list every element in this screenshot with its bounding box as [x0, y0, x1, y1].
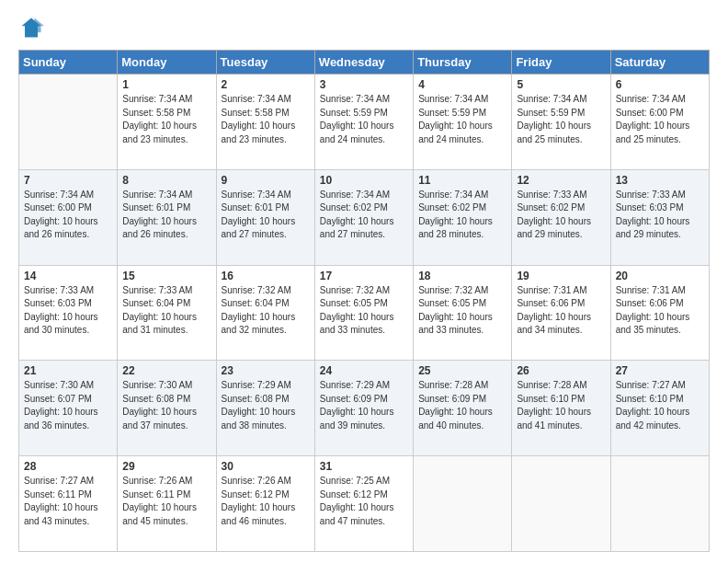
calendar-cell: 18Sunrise: 7:32 AMSunset: 6:05 PMDayligh… [414, 265, 512, 361]
day-number: 25 [418, 364, 506, 377]
calendar-cell: 1Sunrise: 7:34 AMSunset: 5:58 PMDaylight… [118, 75, 216, 170]
day-info: Sunrise: 7:34 AMSunset: 5:59 PMDaylight:… [320, 93, 408, 146]
calendar-cell: 14Sunrise: 7:33 AMSunset: 6:03 PMDayligh… [19, 265, 118, 361]
day-info: Sunrise: 7:26 AMSunset: 6:12 PMDaylight:… [222, 475, 310, 528]
weekday-header-row: SundayMondayTuesdayWednesdayThursdayFrid… [19, 51, 710, 75]
day-info: Sunrise: 7:33 AMSunset: 6:04 PMDaylight:… [122, 284, 210, 338]
calendar-cell [610, 456, 709, 552]
calendar-week-row: 7Sunrise: 7:34 AMSunset: 6:00 PMDaylight… [19, 169, 710, 265]
calendar-cell: 2Sunrise: 7:34 AMSunset: 5:58 PMDaylight… [216, 75, 314, 170]
calendar-cell: 10Sunrise: 7:34 AMSunset: 6:02 PMDayligh… [314, 169, 413, 265]
day-number: 20 [616, 270, 704, 282]
day-info: Sunrise: 7:34 AMSunset: 5:59 PMDaylight:… [517, 93, 605, 146]
calendar-cell: 31Sunrise: 7:25 AMSunset: 6:12 PMDayligh… [314, 456, 413, 552]
day-info: Sunrise: 7:27 AMSunset: 6:10 PMDaylight:… [616, 379, 704, 432]
logo [18, 15, 48, 40]
calendar-cell: 28Sunrise: 7:27 AMSunset: 6:11 PMDayligh… [19, 456, 118, 552]
day-number: 22 [122, 364, 210, 377]
day-info: Sunrise: 7:27 AMSunset: 6:11 PMDaylight:… [24, 475, 112, 528]
day-info: Sunrise: 7:34 AMSunset: 6:00 PMDaylight:… [616, 93, 704, 146]
day-number: 3 [320, 78, 408, 91]
day-number: 2 [222, 78, 310, 91]
day-number: 18 [418, 270, 506, 282]
calendar-cell: 22Sunrise: 7:30 AMSunset: 6:08 PMDayligh… [118, 361, 216, 456]
day-number: 21 [24, 364, 112, 377]
calendar-cell: 9Sunrise: 7:34 AMSunset: 6:01 PMDaylight… [216, 169, 314, 265]
weekday-header-saturday: Saturday [610, 51, 709, 75]
day-info: Sunrise: 7:26 AMSunset: 6:11 PMDaylight:… [122, 475, 210, 528]
weekday-header-wednesday: Wednesday [314, 51, 413, 75]
day-number: 19 [517, 270, 605, 282]
calendar-cell: 8Sunrise: 7:34 AMSunset: 6:01 PMDaylight… [118, 169, 216, 265]
day-number: 23 [222, 364, 310, 377]
day-info: Sunrise: 7:34 AMSunset: 6:01 PMDaylight:… [122, 189, 210, 242]
day-info: Sunrise: 7:33 AMSunset: 6:03 PMDaylight:… [616, 189, 704, 242]
day-info: Sunrise: 7:28 AMSunset: 6:10 PMDaylight:… [517, 379, 605, 432]
header [18, 15, 710, 40]
calendar-week-row: 28Sunrise: 7:27 AMSunset: 6:11 PMDayligh… [19, 456, 710, 552]
day-number: 6 [616, 78, 704, 91]
calendar-week-row: 1Sunrise: 7:34 AMSunset: 5:58 PMDaylight… [19, 75, 710, 170]
calendar-cell: 17Sunrise: 7:32 AMSunset: 6:05 PMDayligh… [314, 265, 413, 361]
calendar-week-row: 21Sunrise: 7:30 AMSunset: 6:07 PMDayligh… [19, 361, 710, 456]
calendar-cell: 16Sunrise: 7:32 AMSunset: 6:04 PMDayligh… [216, 265, 314, 361]
day-info: Sunrise: 7:34 AMSunset: 6:01 PMDaylight:… [222, 189, 310, 242]
day-info: Sunrise: 7:31 AMSunset: 6:06 PMDaylight:… [616, 284, 704, 338]
calendar-cell: 29Sunrise: 7:26 AMSunset: 6:11 PMDayligh… [118, 456, 216, 552]
calendar-cell: 30Sunrise: 7:26 AMSunset: 6:12 PMDayligh… [216, 456, 314, 552]
day-number: 9 [222, 174, 310, 187]
calendar-cell: 11Sunrise: 7:34 AMSunset: 6:02 PMDayligh… [414, 169, 512, 265]
calendar-cell: 23Sunrise: 7:29 AMSunset: 6:08 PMDayligh… [216, 361, 314, 456]
calendar-cell: 27Sunrise: 7:27 AMSunset: 6:10 PMDayligh… [610, 361, 709, 456]
svg-marker-1 [35, 18, 45, 33]
day-number: 7 [24, 174, 112, 187]
day-info: Sunrise: 7:30 AMSunset: 6:08 PMDaylight:… [122, 379, 210, 432]
day-number: 27 [616, 364, 704, 377]
day-number: 16 [222, 270, 310, 282]
weekday-header-tuesday: Tuesday [216, 51, 314, 75]
day-info: Sunrise: 7:32 AMSunset: 6:05 PMDaylight:… [320, 284, 408, 338]
day-number: 31 [320, 460, 408, 473]
day-info: Sunrise: 7:28 AMSunset: 6:09 PMDaylight:… [418, 379, 506, 432]
calendar-cell: 20Sunrise: 7:31 AMSunset: 6:06 PMDayligh… [610, 265, 709, 361]
page: SundayMondayTuesdayWednesdayThursdayFrid… [0, 0, 728, 563]
day-info: Sunrise: 7:33 AMSunset: 6:03 PMDaylight:… [24, 284, 112, 338]
day-info: Sunrise: 7:29 AMSunset: 6:09 PMDaylight:… [320, 379, 408, 432]
weekday-header-sunday: Sunday [19, 51, 118, 75]
day-number: 4 [418, 78, 506, 91]
day-info: Sunrise: 7:33 AMSunset: 6:02 PMDaylight:… [517, 189, 605, 242]
day-number: 5 [517, 78, 605, 91]
day-number: 15 [122, 270, 210, 282]
day-info: Sunrise: 7:32 AMSunset: 6:05 PMDaylight:… [418, 284, 506, 338]
calendar-cell [512, 456, 610, 552]
day-number: 24 [320, 364, 408, 377]
day-number: 10 [320, 174, 408, 187]
calendar-cell: 3Sunrise: 7:34 AMSunset: 5:59 PMDaylight… [314, 75, 413, 170]
day-info: Sunrise: 7:29 AMSunset: 6:08 PMDaylight:… [222, 379, 310, 432]
logo-icon [18, 15, 44, 40]
day-number: 11 [418, 174, 506, 187]
calendar-cell: 5Sunrise: 7:34 AMSunset: 5:59 PMDaylight… [512, 75, 610, 170]
calendar-cell [19, 75, 118, 170]
day-info: Sunrise: 7:25 AMSunset: 6:12 PMDaylight:… [320, 475, 408, 528]
calendar-cell: 24Sunrise: 7:29 AMSunset: 6:09 PMDayligh… [314, 361, 413, 456]
day-info: Sunrise: 7:34 AMSunset: 5:58 PMDaylight:… [122, 93, 210, 146]
weekday-header-monday: Monday [118, 51, 216, 75]
calendar-cell: 19Sunrise: 7:31 AMSunset: 6:06 PMDayligh… [512, 265, 610, 361]
weekday-header-friday: Friday [512, 51, 610, 75]
day-info: Sunrise: 7:30 AMSunset: 6:07 PMDaylight:… [24, 379, 112, 432]
day-info: Sunrise: 7:32 AMSunset: 6:04 PMDaylight:… [222, 284, 310, 338]
day-info: Sunrise: 7:34 AMSunset: 5:59 PMDaylight:… [418, 93, 506, 146]
day-number: 13 [616, 174, 704, 187]
calendar-cell: 25Sunrise: 7:28 AMSunset: 6:09 PMDayligh… [414, 361, 512, 456]
day-number: 14 [24, 270, 112, 282]
calendar-cell: 26Sunrise: 7:28 AMSunset: 6:10 PMDayligh… [512, 361, 610, 456]
calendar-cell: 12Sunrise: 7:33 AMSunset: 6:02 PMDayligh… [512, 169, 610, 265]
day-number: 8 [122, 174, 210, 187]
day-info: Sunrise: 7:34 AMSunset: 5:58 PMDaylight:… [222, 93, 310, 146]
day-number: 26 [517, 364, 605, 377]
calendar-cell [414, 456, 512, 552]
calendar-table: SundayMondayTuesdayWednesdayThursdayFrid… [18, 50, 710, 552]
day-number: 28 [24, 460, 112, 473]
day-number: 12 [517, 174, 605, 187]
